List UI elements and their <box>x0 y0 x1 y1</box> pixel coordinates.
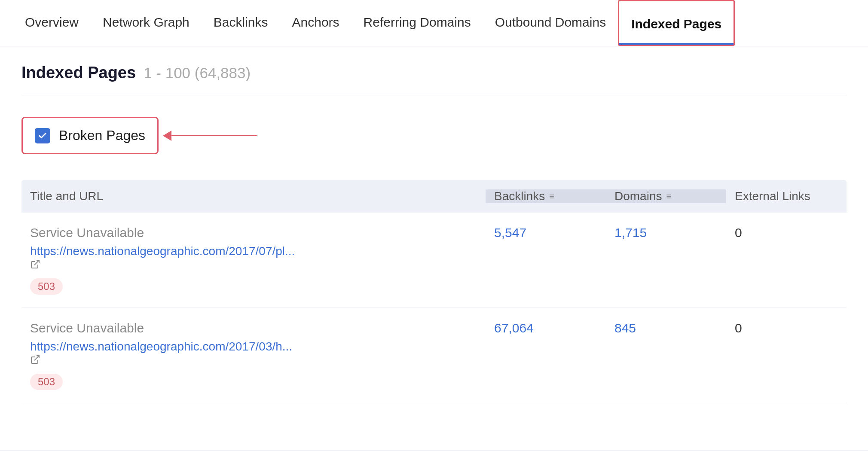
cell-backlinks-1: 5,547 <box>486 226 606 240</box>
cell-title-url-2: Service Unavailable https://news.nationa… <box>21 321 486 390</box>
col-header-domains[interactable]: Domains ≡ <box>606 189 726 203</box>
table-row: Service Unavailable https://news.nationa… <box>21 308 847 403</box>
nav-item-outbound-domains[interactable]: Outbound Domains <box>483 0 618 46</box>
col-header-external-links: External Links <box>726 189 847 203</box>
cell-title-url-1: Service Unavailable https://news.nationa… <box>21 226 486 295</box>
status-badge-2: 503 <box>30 374 63 390</box>
cell-backlinks-2: 67,064 <box>486 321 606 335</box>
page-header: Indexed Pages 1 - 100 (64,883) <box>21 64 847 95</box>
annotation-arrow-checkbox <box>163 131 257 141</box>
page-title: Indexed Pages <box>21 64 136 82</box>
nav-bar: Overview Network Graph Backlinks Anchors… <box>0 0 868 46</box>
external-value-2: 0 <box>735 319 742 335</box>
nav-item-referring-domains[interactable]: Referring Domains <box>351 0 483 46</box>
broken-pages-checkbox[interactable]: Broken Pages <box>21 117 159 154</box>
cell-external-2: 0 <box>726 321 847 335</box>
table-row: Service Unavailable https://news.nationa… <box>21 213 847 308</box>
page-count: 1 - 100 (64,883) <box>144 64 251 82</box>
domains-value-1: 1,715 <box>614 224 647 240</box>
row-url-1[interactable]: https://news.nationalgeographic.com/2017… <box>30 244 477 258</box>
broken-pages-label: Broken Pages <box>59 128 145 143</box>
row-title-1: Service Unavailable <box>30 226 477 240</box>
nav-item-anchors[interactable]: Anchors <box>280 0 351 46</box>
backlinks-value-1: 5,547 <box>494 224 526 240</box>
svg-line-1 <box>34 356 39 360</box>
col-header-backlinks[interactable]: Backlinks ≡ <box>486 189 606 203</box>
cell-domains-2: 845 <box>606 321 726 335</box>
nav-item-indexed-pages[interactable]: Indexed Pages <box>618 0 735 46</box>
filter-area: Broken Pages <box>21 113 159 158</box>
nav-item-overview[interactable]: Overview <box>13 0 91 46</box>
sort-icon-backlinks: ≡ <box>549 192 554 201</box>
checkbox-checked[interactable] <box>35 128 50 143</box>
external-value-1: 0 <box>735 224 742 240</box>
external-link-icon-1 <box>30 259 40 272</box>
domains-value-2: 845 <box>614 319 636 335</box>
table-header: Title and URL Backlinks ≡ Domains ≡ Exte… <box>21 180 847 213</box>
nav-item-backlinks[interactable]: Backlinks <box>202 0 280 46</box>
sort-icon-domains: ≡ <box>666 192 671 201</box>
svg-line-0 <box>34 260 39 265</box>
cell-domains-1: 1,715 <box>606 226 726 240</box>
nav-item-network-graph[interactable]: Network Graph <box>91 0 202 46</box>
status-badge-1: 503 <box>30 278 63 295</box>
col-header-title-url: Title and URL <box>21 189 486 203</box>
cell-external-1: 0 <box>726 226 847 240</box>
backlinks-value-2: 67,064 <box>494 319 534 335</box>
external-link-icon-2 <box>30 354 40 368</box>
data-table: Title and URL Backlinks ≡ Domains ≡ Exte… <box>21 180 847 403</box>
row-title-2: Service Unavailable <box>30 321 477 335</box>
row-url-2[interactable]: https://news.nationalgeographic.com/2017… <box>30 340 477 353</box>
main-content: Indexed Pages 1 - 100 (64,883) Broken Pa… <box>0 46 868 450</box>
